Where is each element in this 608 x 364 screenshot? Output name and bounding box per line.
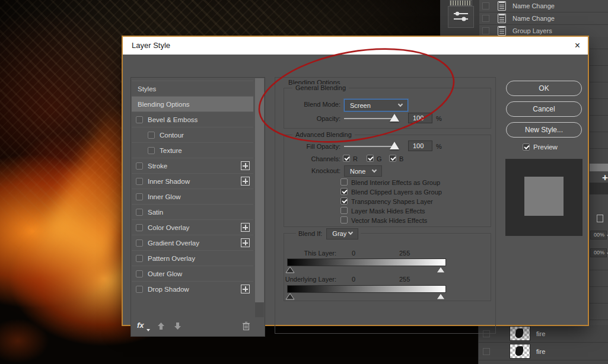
history-item-label: Name Change: [512, 2, 555, 9]
history-item[interactable]: Group Layers: [479, 25, 608, 37]
styles-row-outer-glow[interactable]: Outer Glow: [132, 266, 253, 281]
layer-mask-hides-checkbox[interactable]: [340, 207, 348, 214]
dark-row-fragment: [590, 183, 608, 194]
caret-down-icon: [147, 329, 150, 331]
history-brush-well[interactable]: [482, 27, 489, 34]
underlying-black-thumb[interactable]: [285, 293, 295, 300]
blend-mode-dropdown[interactable]: Screen: [344, 99, 408, 111]
checkbox[interactable]: [136, 270, 143, 277]
add-instance-button[interactable]: [241, 177, 250, 186]
styles-row-inner-glow[interactable]: Inner Glow: [132, 189, 253, 204]
checkbox[interactable]: [148, 147, 155, 154]
checkbox[interactable]: [136, 162, 143, 170]
new-layer-icon[interactable]: [597, 215, 603, 222]
adjustments-button[interactable]: [448, 6, 474, 28]
ok-button[interactable]: OK: [506, 81, 582, 96]
style-preview-swatch: [524, 177, 564, 216]
checkbox[interactable]: [136, 240, 143, 247]
checkbox[interactable]: [136, 286, 143, 293]
fill-opacity-slider-thumb[interactable]: [390, 142, 399, 149]
opacity-slider[interactable]: [344, 118, 394, 119]
styles-row-contour[interactable]: Contour: [132, 127, 253, 142]
history-item[interactable]: Name Change: [479, 0, 608, 12]
dialog-titlebar[interactable]: Layer Style ×: [123, 37, 588, 55]
visibility-well[interactable]: [483, 348, 490, 355]
opacity-value-field[interactable]: 100: [408, 113, 432, 123]
plus-icon[interactable]: +: [602, 172, 608, 184]
new-style-button[interactable]: New Style...: [506, 122, 582, 138]
underlying-white-thumb[interactable]: [436, 293, 445, 300]
opacity-field-fragment[interactable]: 00%: [590, 231, 607, 240]
add-instance-button[interactable]: [241, 238, 250, 247]
row-divider: [590, 303, 608, 304]
layer-thumbnail[interactable]: [510, 327, 530, 340]
move-effect-down-button[interactable]: [174, 322, 182, 330]
blend-if-dropdown[interactable]: Gray: [326, 228, 358, 240]
history-brush-well[interactable]: [482, 15, 489, 22]
this-layer-white-thumb[interactable]: [436, 266, 445, 273]
styles-row-drop-shadow[interactable]: Drop Shadow: [132, 281, 253, 296]
blend-interior-checkbox[interactable]: [340, 178, 348, 186]
checkbox[interactable]: [136, 224, 143, 231]
history-item-label: Group Layers: [512, 27, 552, 34]
row-divider: [590, 65, 608, 66]
layer-style-dialog: Layer Style × Styles Blending Options Be…: [123, 37, 588, 325]
fill-field-fragment[interactable]: 00%: [590, 248, 607, 257]
styles-row-texture[interactable]: Texture: [132, 142, 253, 158]
row-divider: [590, 286, 608, 287]
preview-label: Preview: [533, 143, 558, 151]
layer-thumbnail[interactable]: [510, 344, 530, 358]
underlying-gradient-bar[interactable]: [287, 285, 446, 293]
row-divider: [590, 148, 608, 149]
vector-mask-hides-checkbox[interactable]: [340, 216, 348, 223]
styles-row-blending-options[interactable]: Blending Options: [132, 96, 253, 111]
layer-name[interactable]: fire: [536, 330, 545, 337]
layer-row[interactable]: fire: [479, 325, 608, 343]
styles-row-gradient-overlay[interactable]: Gradient Overlay: [132, 235, 253, 250]
general-blending-group: General Blending Blend Mode: Screen Opac…: [284, 88, 491, 129]
move-effect-up-button[interactable]: [157, 322, 165, 330]
blend-clipped-checkbox[interactable]: [340, 188, 348, 195]
checkbox[interactable]: [148, 132, 155, 139]
preview-checkbox[interactable]: [523, 143, 530, 151]
this-layer-black-thumb[interactable]: [285, 266, 295, 273]
close-icon[interactable]: ×: [575, 39, 580, 52]
history-item[interactable]: Name Change: [479, 12, 608, 25]
checkbox[interactable]: [136, 178, 143, 185]
delete-effect-trash-icon[interactable]: [242, 321, 250, 331]
knockout-dropdown[interactable]: None: [344, 165, 382, 177]
add-instance-button[interactable]: [241, 223, 250, 232]
this-layer-label: This Layer:: [284, 250, 336, 257]
scrollbar-thumb[interactable]: [255, 78, 264, 302]
styles-row-satin[interactable]: Satin: [132, 204, 253, 219]
fx-menu-button[interactable]: fx: [137, 321, 144, 330]
history-brush-well[interactable]: [482, 2, 489, 9]
advanced-blending-group: Advanced Blending Fill Opacity: 100 % Ch…: [284, 135, 491, 227]
add-instance-button[interactable]: [241, 285, 250, 293]
checkbox[interactable]: [136, 116, 143, 123]
add-instance-button[interactable]: [241, 161, 250, 170]
styles-row-pattern-overlay[interactable]: Pattern Overlay: [132, 250, 253, 266]
styles-row-bevel-emboss[interactable]: Bevel & Emboss: [132, 111, 253, 127]
opacity-slider-thumb[interactable]: [390, 114, 399, 122]
styles-row-stroke[interactable]: Stroke: [132, 158, 253, 173]
channel-b-checkbox[interactable]: [389, 155, 396, 162]
transparency-shapes-checkbox[interactable]: [340, 197, 348, 205]
row-divider: [590, 270, 608, 270]
styles-row-styles[interactable]: Styles: [132, 81, 253, 96]
layer-name[interactable]: fire: [536, 348, 545, 355]
channel-r-label: R: [353, 155, 358, 162]
cancel-button[interactable]: Cancel: [506, 101, 582, 117]
scrollbar[interactable]: [255, 78, 264, 317]
styles-row-color-overlay[interactable]: Color Overlay: [132, 219, 253, 235]
channel-g-checkbox[interactable]: [367, 155, 374, 162]
fill-opacity-value-field[interactable]: 100: [408, 141, 432, 151]
fill-opacity-slider[interactable]: [344, 146, 394, 147]
checkbox[interactable]: [136, 209, 143, 216]
styles-row-inner-shadow[interactable]: Inner Shadow: [132, 173, 253, 189]
layer-row[interactable]: fire: [479, 343, 608, 360]
checkbox[interactable]: [136, 255, 143, 262]
this-layer-gradient-bar[interactable]: [287, 258, 446, 266]
checkbox[interactable]: [136, 193, 143, 200]
channel-r-checkbox[interactable]: [343, 155, 350, 162]
